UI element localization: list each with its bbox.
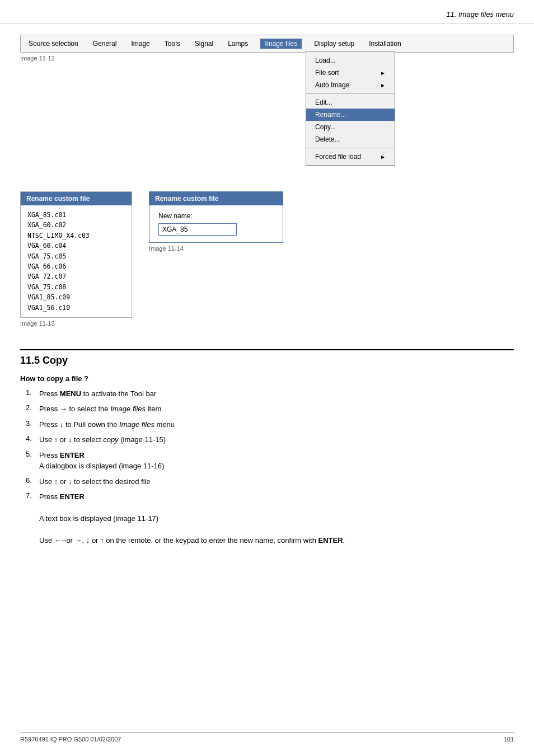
dropdown-copy-label: Copy...: [315, 123, 336, 131]
file-item-10[interactable]: VGA1_56.c10: [27, 303, 125, 313]
file-item-4[interactable]: VGA_60.c04: [27, 241, 125, 251]
file-item-5[interactable]: VGA_75.c05: [27, 251, 125, 261]
file-item-6[interactable]: VGA_66.c06: [27, 261, 125, 271]
step-6: 6. Use ↑ or ↓ to select the desired file: [26, 476, 514, 487]
file-item-3[interactable]: NTSC_LIMO_X4.c03: [27, 231, 125, 241]
subsection-title: How to copy a file ?: [20, 374, 514, 383]
menu-item-lamps[interactable]: Lamps: [226, 39, 250, 49]
menu-item-image[interactable]: Image: [129, 39, 152, 49]
dropdown-file-sort-label: File sort: [315, 69, 339, 77]
main-content: Source selection General Image Tools Sig…: [0, 24, 534, 546]
rename-dialog-left-wrapper: Rename custom file XGA_85.c01 XGA_60.c02…: [20, 191, 132, 327]
menu-bar-wrapper: Source selection General Image Tools Sig…: [20, 35, 514, 53]
dropdown-file-sort[interactable]: File sort ►: [306, 67, 395, 79]
file-item-1[interactable]: XGA_85.c01: [27, 210, 125, 220]
menu-bar: Source selection General Image Tools Sig…: [21, 35, 513, 52]
footer-left: R5976491 IQ PRO G500 01/02/2007: [20, 736, 121, 743]
rename-dialog-right-wrapper: Rename custom file New name: Image 11-14: [149, 191, 283, 252]
dropdown-load[interactable]: Load...: [306, 54, 395, 67]
new-name-label: New name:: [158, 212, 274, 220]
dropdown-auto-image[interactable]: Auto Image ►: [306, 79, 395, 91]
file-item-9[interactable]: VGA1_85.c09: [27, 292, 125, 302]
section-title: 11.5 Copy: [20, 355, 514, 367]
menu-item-display-setup[interactable]: Display setup: [312, 39, 357, 49]
file-item-8[interactable]: VGA_75.c08: [27, 282, 125, 292]
page-header: 11. Image files menu: [0, 0, 534, 24]
dropdown-delete-label: Delete...: [315, 135, 340, 143]
step-7: 7. Press ENTERA text box is displayed (i…: [26, 491, 514, 546]
dropdown-edit[interactable]: Edit...: [306, 96, 395, 109]
dropdown-forced-file-load-label: Forced file load: [315, 153, 361, 161]
dropdown-auto-image-label: Auto Image: [315, 81, 349, 89]
footer-right: 101: [504, 736, 514, 743]
menu-item-source-selection[interactable]: Source selection: [26, 39, 81, 49]
chapter-title: 11. Image files menu: [446, 10, 514, 18]
page-footer: R5976491 IQ PRO G500 01/02/2007 101: [20, 732, 514, 743]
step-4: 4. Use ↑ or ↓ to select copy (image 11-1…: [26, 434, 514, 445]
menu-item-general[interactable]: General: [91, 39, 119, 49]
step-1: 1. Press MENU to activate the Tool bar: [26, 388, 514, 400]
dropdown-divider-1: [306, 93, 395, 94]
rename-dialog-left-body: XGA_85.c01 XGA_60.c02 NTSC_LIMO_X4.c03 V…: [21, 205, 132, 317]
rename-dialog-right-body: New name:: [149, 205, 283, 242]
menu-bar-container: Source selection General Image Tools Sig…: [20, 35, 514, 53]
rename-dialog-right: Rename custom file New name:: [149, 191, 283, 243]
rename-dialog-right-title: Rename custom file: [149, 192, 283, 205]
image-caption-2: Image 11-13: [20, 320, 132, 327]
rename-dialog-left: Rename custom file XGA_85.c01 XGA_60.c02…: [20, 191, 132, 318]
step-2: 2. Press → to select the Image files ite…: [26, 403, 514, 415]
dropdown-auto-image-arrow: ►: [380, 82, 386, 88]
dropdown-forced-file-load-arrow: ►: [380, 154, 386, 160]
dropdown-edit-label: Edit...: [315, 98, 332, 106]
dropdown-divider-2: [306, 148, 395, 148]
dropdown-load-label: Load...: [315, 57, 336, 64]
menu-item-tools[interactable]: Tools: [162, 39, 182, 49]
step-5: 5. Press ENTERA dialogbox is displayed (…: [26, 450, 514, 472]
dropdown-file-sort-arrow: ►: [380, 70, 386, 76]
section-11-5-header: 11.5 Copy How to copy a file ? 1. Press …: [20, 349, 514, 546]
file-item-2[interactable]: XGA_60.c02: [27, 220, 125, 230]
menu-item-image-files[interactable]: Image files: [260, 39, 302, 49]
menu-item-installation[interactable]: Installation: [367, 39, 403, 49]
dropdown-copy[interactable]: Copy...: [306, 121, 395, 133]
instructions-list: 1. Press MENU to activate the Tool bar 2…: [26, 388, 514, 546]
dialogs-row: Rename custom file XGA_85.c01 XGA_60.c02…: [20, 191, 514, 327]
dropdown-rename[interactable]: Rename...: [306, 109, 395, 121]
file-item-7[interactable]: VGA_72.c07: [27, 271, 125, 281]
image-caption-3: Image 11-14: [149, 245, 283, 252]
rename-dialog-left-title: Rename custom file: [21, 192, 132, 205]
new-name-input[interactable]: [158, 223, 237, 236]
menu-item-signal[interactable]: Signal: [193, 39, 216, 49]
dropdown-menu: Load... File sort ► Auto Image ► Edit...…: [306, 51, 395, 166]
dropdown-delete[interactable]: Delete...: [306, 133, 395, 145]
dropdown-forced-file-load[interactable]: Forced file load ►: [306, 151, 395, 163]
menu-area: Source selection General Image Tools Sig…: [20, 35, 514, 180]
dropdown-rename-label: Rename...: [315, 111, 346, 119]
image-caption-1: Image 11-12: [20, 55, 514, 62]
step-3: 3. Press ↓ to Pull down the Image files …: [26, 419, 514, 430]
